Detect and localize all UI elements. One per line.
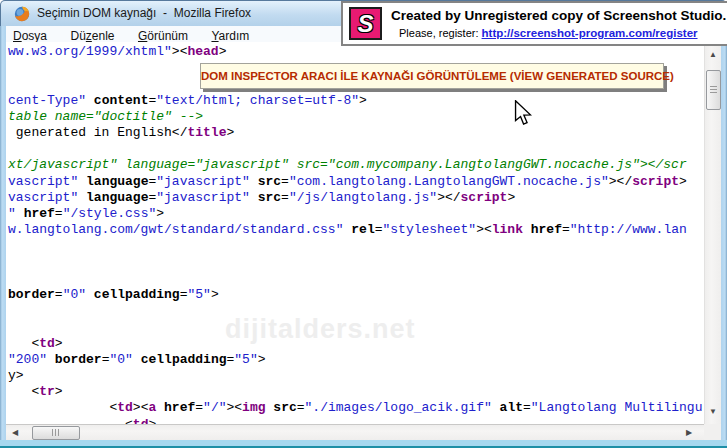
- register-label: Please, register:: [399, 27, 478, 39]
- source-line: table name="doctitle" -->: [8, 109, 203, 125]
- menu-label-part: ardım: [219, 29, 250, 43]
- menu-label-part: Y: [211, 29, 218, 43]
- source-line: border="0" cellpadding="5">: [8, 287, 219, 303]
- register-link[interactable]: http://screenshot-program.com/register: [482, 27, 698, 39]
- source-line: <tr>: [8, 384, 63, 400]
- scroll-up-icon[interactable]: ▲: [709, 51, 717, 59]
- vertical-scrollbar[interactable]: ▲ ▼: [704, 42, 721, 424]
- source-line: y>: [8, 368, 24, 384]
- source-line: "200" border="0" cellpadding="5">: [8, 352, 266, 368]
- source-line: cent-Type" content="text/html; charset=u…: [8, 93, 367, 109]
- screenshot-studio-watermark: S Created by Unregistered copy of Screen…: [341, 1, 727, 46]
- source-line: <td>: [8, 336, 63, 352]
- menu-label-part: örünüm: [147, 29, 188, 43]
- firefox-logo-icon: [14, 6, 30, 22]
- watermark-register-line: Please, register: http://screenshot-prog…: [399, 27, 698, 39]
- horizontal-scrollbar[interactable]: ◀ ▶: [6, 424, 704, 440]
- window-title: Seçimin DOM kaynağı - Mozilla Firefox: [37, 1, 251, 26]
- window-border-right: [721, 26, 727, 440]
- source-line: vascript" language="javascript" src="/js…: [8, 190, 515, 206]
- source-line: generated in English</title>: [8, 125, 234, 141]
- tooltip-text: DOM INSPECTOR ARACI İLE KAYNAĞI GÖRÜNTÜL…: [201, 64, 674, 88]
- watermark-title: Created by Unregistered copy of Screensh…: [391, 8, 727, 23]
- horizontal-scroll-thumb[interactable]: [32, 426, 80, 440]
- source-view[interactable]: dijitalders.net ww.w3.org/1999/xhtml"><h…: [6, 42, 704, 424]
- menu-label-part: enle: [92, 29, 115, 43]
- menu-label-part: D: [13, 29, 22, 43]
- firefox-window: Seçimin DOM kaynağı - Mozilla Firefox Do…: [0, 0, 727, 448]
- scroll-down-icon[interactable]: ▼: [709, 408, 717, 416]
- source-line: xt/javascript" language="javascript" src…: [8, 157, 687, 173]
- mouse-cursor-icon: [514, 100, 533, 128]
- screenshot-studio-logo-icon: S: [349, 7, 382, 40]
- site-watermark: dijitalders.net: [225, 314, 416, 345]
- source-line: " href="/style.css">: [8, 206, 164, 222]
- vertical-scroll-thumb[interactable]: [706, 70, 721, 110]
- scroll-right-icon[interactable]: ▶: [686, 429, 692, 437]
- source-line: w.langtolang.com/gwt/standard/standard.c…: [8, 222, 687, 238]
- scroll-left-icon[interactable]: ◀: [12, 429, 18, 437]
- dom-inspector-tooltip: DOM INSPECTOR ARACI İLE KAYNAĞI GÖRÜNTÜL…: [200, 63, 664, 89]
- source-line: ww.w3.org/1999/xhtml"><head>: [8, 44, 226, 60]
- menu-label-part: G: [138, 29, 147, 43]
- window-border-bottom: [0, 440, 727, 448]
- source-line: vascript" language="javascript" src="com…: [8, 174, 687, 190]
- source-line: <td>: [8, 417, 156, 424]
- source-line: <td><a href="/"><img src="./images/logo_…: [8, 400, 702, 416]
- menu-label-part: osya: [22, 29, 47, 43]
- scrollbar-corner: [704, 424, 721, 440]
- menu-label-part: Dü: [70, 29, 85, 43]
